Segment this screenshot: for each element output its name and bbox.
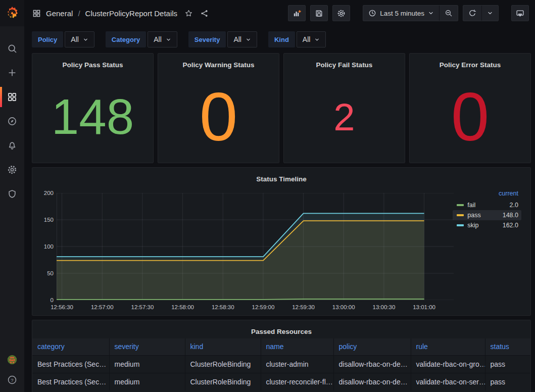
share-icon	[200, 9, 209, 18]
filter-category-select[interactable]: All	[148, 31, 177, 47]
col-status[interactable]: status	[485, 338, 530, 355]
time-range-picker[interactable]: Last 5 minutes	[363, 6, 439, 21]
legend-swatch-pass	[457, 214, 464, 216]
sidebar-item-search[interactable]	[0, 43, 24, 54]
settings-gear-icon	[337, 9, 346, 18]
col-kind[interactable]: kind	[185, 338, 261, 355]
refresh-interval-dropdown[interactable]	[481, 6, 498, 21]
col-severity[interactable]: severity	[109, 338, 185, 355]
legend-item-fail[interactable]: fail 2.0	[453, 200, 521, 210]
variable-filters: Policy All Category All Severity All	[24, 26, 535, 47]
cell-category: Best Practices (Sec…	[32, 355, 109, 373]
panel-title[interactable]: Policy Error Status	[410, 58, 530, 72]
breadcrumb-separator: /	[78, 9, 80, 18]
dashboard-settings-button[interactable]	[332, 5, 350, 21]
y-axis-tick: 200	[36, 190, 54, 196]
zoom-out-button[interactable]	[439, 6, 458, 21]
refresh-button[interactable]	[463, 6, 481, 21]
col-rule[interactable]: rule	[411, 338, 485, 355]
y-axis-tick: 150	[36, 217, 54, 223]
y-axis-tick: 50	[36, 270, 54, 276]
share-button[interactable]	[200, 9, 209, 18]
zoom-out-icon	[445, 9, 453, 17]
panel-title[interactable]: Policy Fail Status	[284, 58, 405, 72]
panel-title[interactable]: Passed Resources	[32, 324, 530, 338]
panel-policy-fail-status: Policy Fail Status 2	[283, 53, 405, 163]
col-category[interactable]: category	[32, 338, 109, 355]
chevron-down-icon	[166, 37, 171, 42]
cell-status: pass	[485, 373, 530, 390]
stat-value-warning: 0	[200, 84, 238, 150]
sidebar-item-configuration[interactable]	[0, 165, 24, 175]
x-axis-tick: 13:00:30	[373, 304, 396, 310]
col-name[interactable]: name	[261, 338, 333, 355]
bell-icon	[7, 140, 17, 151]
stat-value-fail: 2	[333, 99, 355, 135]
stat-value-error: 0	[451, 84, 490, 150]
table-row[interactable]: Best Practices (Sec… medium ClusterRoleB…	[32, 373, 530, 390]
shield-icon	[7, 189, 17, 199]
x-axis-tick: 13:01:00	[413, 304, 435, 310]
grafana-logo-icon	[5, 6, 20, 21]
x-axis-tick: 13:00:00	[332, 304, 355, 310]
sidebar-item-dashboards[interactable]	[0, 92, 24, 102]
sidebar-item-help[interactable]: ?	[7, 375, 17, 385]
save-dashboard-button[interactable]	[310, 5, 328, 21]
refresh-group	[463, 5, 499, 21]
plus-icon	[7, 68, 17, 78]
grafana-logo[interactable]	[0, 0, 24, 26]
legend-value-header[interactable]: current	[453, 189, 521, 200]
cell-policy: disallow-rbac-on-de…	[333, 355, 411, 373]
filter-severity-select[interactable]: All	[227, 31, 257, 47]
stat-value-pass: 148	[52, 93, 134, 140]
legend-label: fail	[467, 202, 475, 209]
table-row[interactable]: Best Practices (Sec… medium ClusterRoleB…	[32, 355, 530, 373]
favorite-star-button[interactable]	[184, 9, 193, 18]
panel-title[interactable]: Policy Pass Status	[32, 58, 153, 72]
sidebar-item-create[interactable]	[0, 68, 24, 78]
filter-kind-select[interactable]: All	[297, 31, 326, 47]
cell-rule: validate-rbac-on-gro…	[411, 355, 485, 373]
breadcrumb: General / ClusterPolicyReport Details	[32, 9, 209, 18]
filter-policy-label[interactable]: Policy	[32, 31, 63, 47]
kiosk-mode-button[interactable]	[511, 5, 529, 21]
panel-passed-resources: Passed Resources category severity kind …	[32, 320, 531, 392]
compass-icon	[7, 116, 17, 126]
chevron-down-icon	[314, 37, 320, 42]
sidebar-item-alerting[interactable]	[0, 140, 24, 151]
timeseries-plot[interactable]: 05010015020012:56:3012:57:0012:57:3012:5…	[36, 186, 453, 315]
stats-row: Policy Pass Status 148 Policy Warning St…	[32, 53, 531, 163]
help-icon: ?	[7, 375, 17, 385]
breadcrumb-page-title[interactable]: ClusterPolicyReport Details	[85, 9, 178, 18]
sidebar-bottom: ?	[7, 355, 17, 385]
cell-rule: validate-rbac-on-ser…	[411, 373, 485, 390]
filter-severity-value: All	[233, 35, 241, 43]
chart-legend: current fail 2.0 pass 148.0	[453, 186, 526, 315]
panel-status-timeline: Status Timeline 05010015020012:56:3012:5…	[32, 167, 531, 316]
sidebar-item-explore[interactable]	[0, 116, 24, 126]
x-axis-tick: 12:57:30	[131, 304, 154, 310]
legend-label: pass	[467, 212, 480, 219]
filter-kind-label[interactable]: Kind	[268, 31, 295, 47]
legend-value: 162.0	[503, 222, 518, 229]
filter-severity-label[interactable]: Severity	[188, 31, 226, 47]
col-policy[interactable]: policy	[333, 338, 411, 355]
search-icon	[7, 43, 17, 54]
add-panel-button[interactable]	[288, 5, 306, 21]
legend-item-pass[interactable]: pass 148.0	[453, 210, 521, 220]
filter-category-label[interactable]: Category	[106, 31, 146, 47]
cell-name: cluster-admin	[261, 355, 333, 373]
filter-policy: Policy All	[32, 31, 94, 47]
user-avatar[interactable]	[7, 355, 17, 365]
sidebar-item-server-admin[interactable]	[0, 189, 24, 199]
table-header-row: category severity kind name policy rule …	[32, 338, 530, 355]
filter-policy-select[interactable]: All	[65, 31, 94, 47]
grafana-app: ? General / ClusterPolicyReport Details	[0, 0, 535, 392]
breadcrumb-section[interactable]: General	[46, 9, 73, 18]
legend-item-skip[interactable]: skip 162.0	[453, 220, 521, 230]
legend-value: 148.0	[503, 212, 518, 219]
cell-kind: ClusterRoleBinding	[185, 355, 261, 373]
legend-swatch-fail	[457, 204, 464, 206]
panel-title[interactable]: Policy Warning Status	[158, 58, 279, 72]
panel-title[interactable]: Status Timeline	[32, 172, 530, 186]
